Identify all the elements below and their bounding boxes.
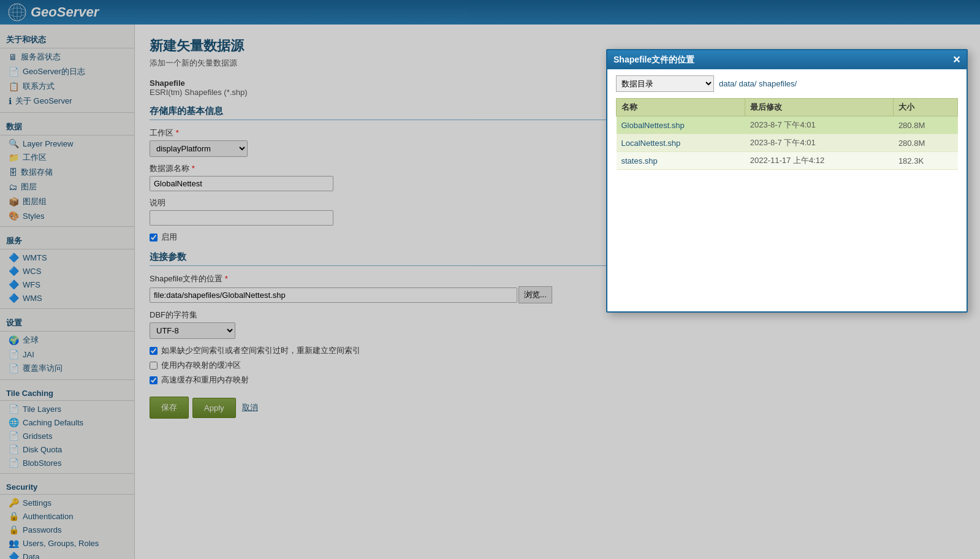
modal-header: Shapefile文件的位置 ✕ [607,50,967,69]
file-size-cell: 280.8M [894,134,958,152]
shapefile-location-modal: Shapefile文件的位置 ✕ 数据目录 data/ data/ shapef… [606,49,968,313]
file-size-cell: 182.3K [894,152,958,170]
file-name-cell[interactable]: states.shp [617,152,745,170]
file-size-cell: 280.8M [894,116,958,134]
modal-title: Shapefile文件的位置 [613,55,694,66]
modal-path-row: 数据目录 data/ data/ shapefiles/ [616,75,958,92]
col-size-header: 大小 [894,99,958,116]
modal-file-table: 名称 最后修改 大小 GlobalNettest.shp 2023-8-7 下午… [616,98,958,170]
file-name-cell[interactable]: LocalNettest.shp [617,134,745,152]
file-date-cell: 2023-8-7 下午4:01 [745,134,894,152]
modal-file-row[interactable]: LocalNettest.shp 2023-8-7 下午4:01 280.8M [617,134,958,152]
modal-file-row[interactable]: states.shp 2022-11-17 上午4:12 182.3K [617,152,958,170]
modal-directory-select[interactable]: 数据目录 [616,75,714,92]
modal-table-header: 名称 最后修改 大小 [617,99,958,116]
modal-body: 数据目录 data/ data/ shapefiles/ 名称 最后修改 大小 … [607,69,967,311]
modal-overlay: Shapefile文件的位置 ✕ 数据目录 data/ data/ shapef… [0,0,980,559]
modal-file-row[interactable]: GlobalNettest.shp 2023-8-7 下午4:01 280.8M [617,116,958,134]
modal-path-text: data/ data/ shapefiles/ [719,79,797,88]
file-date-cell: 2023-8-7 下午4:01 [745,116,894,134]
col-date-header: 最后修改 [745,99,894,116]
file-name-cell[interactable]: GlobalNettest.shp [617,116,745,134]
modal-close-button[interactable]: ✕ [952,54,960,66]
col-name-header: 名称 [617,99,745,116]
modal-file-list: GlobalNettest.shp 2023-8-7 下午4:01 280.8M… [617,116,958,170]
file-date-cell: 2022-11-17 上午4:12 [745,152,894,170]
